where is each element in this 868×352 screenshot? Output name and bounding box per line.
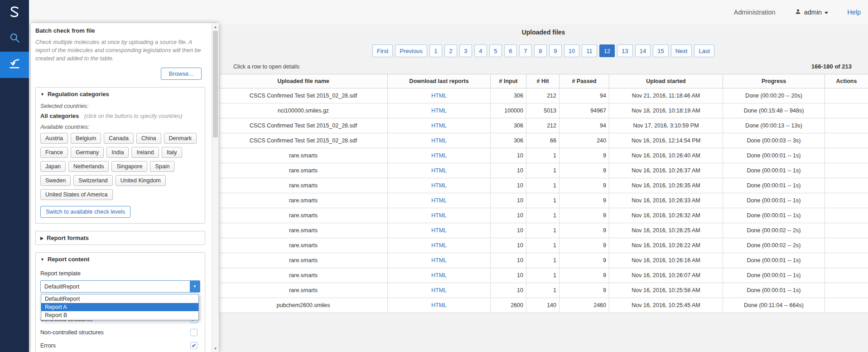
report-html-link[interactable]: HTML [431, 152, 447, 159]
switch-check-levels-button[interactable]: Switch to available check levels [40, 206, 130, 218]
country-button[interactable]: Denmark [164, 133, 197, 144]
table-row[interactable]: CSCS Confirmed Test Set 2015_02_28.sdf H… [219, 133, 868, 148]
report-html-link[interactable]: HTML [431, 167, 447, 174]
pagination-button[interactable]: Last [694, 44, 714, 57]
cell-progress: Done (00:00:02 -- 2s) [723, 223, 825, 238]
pagination-button[interactable]: 11 [582, 44, 597, 57]
dropdown-arrow-icon[interactable]: ▼ [190, 281, 200, 292]
cell-download-report: HTML [388, 88, 491, 103]
sidebar-item-search[interactable] [0, 25, 29, 52]
country-button[interactable]: Switzerland [73, 175, 113, 186]
report-html-link[interactable]: HTML [431, 122, 447, 129]
table-row[interactable]: nci100000.smiles.gz HTML 100000 5013 949… [219, 103, 868, 118]
cell-file-name: rare.smarts [219, 223, 388, 238]
pagination-button[interactable]: 6 [504, 44, 517, 57]
cell-download-report: HTML [388, 298, 491, 313]
select-option[interactable]: Report A [41, 303, 198, 311]
table-row[interactable]: rare.smarts HTML 10 1 9 Nov 16, 2016, 10… [219, 193, 868, 208]
report-html-link[interactable]: HTML [431, 242, 447, 249]
collapse-down-icon: ▼ [40, 92, 44, 97]
report-html-link[interactable]: HTML [431, 108, 447, 114]
app-logo[interactable] [0, 0, 29, 25]
checkbox[interactable] [190, 329, 198, 336]
browse-row: Browse... [35, 68, 202, 80]
table-row[interactable]: rare.smarts HTML 10 1 9 Nov 16, 2016, 10… [219, 208, 868, 223]
table-row[interactable]: pubchem2600.smiles HTML 2600 140 2460 No… [219, 298, 868, 313]
country-button[interactable]: Netherlands [68, 161, 109, 172]
country-button[interactable]: Ireland [131, 147, 159, 158]
cell-download-report: HTML [388, 148, 491, 163]
pagination-button[interactable]: 9 [549, 44, 562, 57]
pagination-button[interactable]: Next [671, 44, 692, 57]
country-button[interactable]: Austria [40, 133, 68, 144]
report-html-link[interactable]: HTML [431, 257, 447, 264]
select-option[interactable]: DefaultReport [41, 295, 198, 303]
report-html-link[interactable]: HTML [431, 272, 447, 279]
table-row[interactable]: rare.smarts HTML 10 1 9 Nov 16, 2016, 10… [219, 238, 868, 253]
pagination-button[interactable]: 3 [459, 44, 472, 57]
country-button[interactable]: United States of America [40, 189, 113, 200]
pagination-button[interactable]: 15 [653, 44, 668, 57]
batch-check-panel-body: Batch check from file Check multiple mol… [31, 23, 212, 352]
country-button[interactable]: India [106, 147, 129, 158]
scroll-thumb[interactable] [213, 31, 218, 137]
table-row[interactable]: rare.smarts HTML 10 1 9 Nov 16, 2016, 10… [219, 268, 868, 283]
country-button[interactable]: Japan [40, 161, 66, 172]
scroll-up-icon[interactable]: ▲ [212, 23, 219, 30]
table-row[interactable]: rare.smarts HTML 10 1 9 Nov 16, 2016, 10… [219, 148, 868, 163]
report-html-link[interactable]: HTML [431, 212, 447, 219]
pagination-button[interactable]: 10 [564, 44, 579, 57]
select-option[interactable]: Report B [41, 311, 198, 319]
checkbox[interactable] [190, 342, 198, 349]
country-button[interactable]: Singapore [111, 161, 147, 172]
table-row[interactable]: rare.smarts HTML 10 1 9 Nov 16, 2016, 10… [219, 223, 868, 238]
report-html-link[interactable]: HTML [431, 302, 447, 308]
report-content-header[interactable]: ▼ Report content [36, 253, 205, 266]
table-row[interactable]: CSCS Confirmed Test Set 2015_02_28.sdf H… [219, 88, 868, 103]
country-button[interactable]: Belgium [71, 133, 101, 144]
report-template-select[interactable]: DefaultReport ▼ [40, 280, 200, 293]
sidebar-item-batch-check[interactable] [0, 52, 29, 78]
pagination-button[interactable]: First [372, 44, 393, 57]
pagination-button[interactable]: 8 [534, 44, 547, 57]
pagination-button[interactable]: 2 [444, 44, 457, 57]
table-row[interactable]: CSCS Confirmed Test Set 2015_02_28.sdf H… [219, 118, 868, 133]
country-button[interactable]: Canada [104, 133, 134, 144]
table-row[interactable]: rare.smarts HTML 10 1 9 Nov 16, 2016, 10… [219, 253, 868, 268]
table-row[interactable]: rare.smarts HTML 10 1 9 Nov 16, 2016, 10… [219, 178, 868, 193]
administration-link[interactable]: Administration [734, 9, 776, 16]
pagination-button[interactable]: 1 [429, 44, 442, 57]
report-formats-header[interactable]: ▶ Report formats [36, 231, 205, 244]
country-button[interactable]: Sweden [40, 175, 71, 186]
country-button[interactable]: Italy [162, 147, 182, 158]
browse-button[interactable]: Browse... [161, 68, 202, 80]
report-html-link[interactable]: HTML [431, 93, 447, 99]
pagination-button[interactable]: 4 [474, 44, 487, 57]
regulation-categories-header[interactable]: ▼ Regulation categories [36, 88, 205, 101]
report-html-link[interactable]: HTML [431, 287, 447, 293]
scroll-down-icon[interactable]: ▼ [212, 345, 219, 352]
report-html-link[interactable]: HTML [431, 137, 447, 144]
pagination-button[interactable]: 12 [599, 44, 615, 57]
pagination-button[interactable]: Previous [395, 44, 427, 57]
table-row[interactable]: rare.smarts HTML 10 1 9 Nov 16, 2016, 10… [219, 163, 868, 178]
user-menu[interactable]: admin [795, 8, 829, 16]
country-button[interactable]: France [40, 147, 68, 158]
country-button[interactable]: Germany [71, 147, 104, 158]
cell-actions [825, 88, 868, 103]
panel-scrollbar[interactable]: ▲ ▼ [212, 23, 219, 352]
country-button[interactable]: China [136, 133, 161, 144]
pagination-button[interactable]: 5 [489, 44, 502, 57]
cell-download-report: HTML [388, 118, 491, 133]
country-button[interactable]: United Kingdom [116, 175, 166, 186]
table-row[interactable]: rare.smarts HTML 10 1 9 Nov 16, 2016, 10… [219, 283, 868, 298]
pagination-button[interactable]: 7 [519, 44, 532, 57]
all-categories-button[interactable]: All categories [40, 112, 79, 119]
report-html-link[interactable]: HTML [431, 197, 447, 204]
report-html-link[interactable]: HTML [431, 182, 447, 189]
help-link[interactable]: Help [847, 9, 861, 16]
pagination-button[interactable]: 13 [617, 44, 632, 57]
pagination-button[interactable]: 14 [635, 44, 651, 57]
report-html-link[interactable]: HTML [431, 227, 447, 234]
country-button[interactable]: Spain [150, 161, 174, 172]
